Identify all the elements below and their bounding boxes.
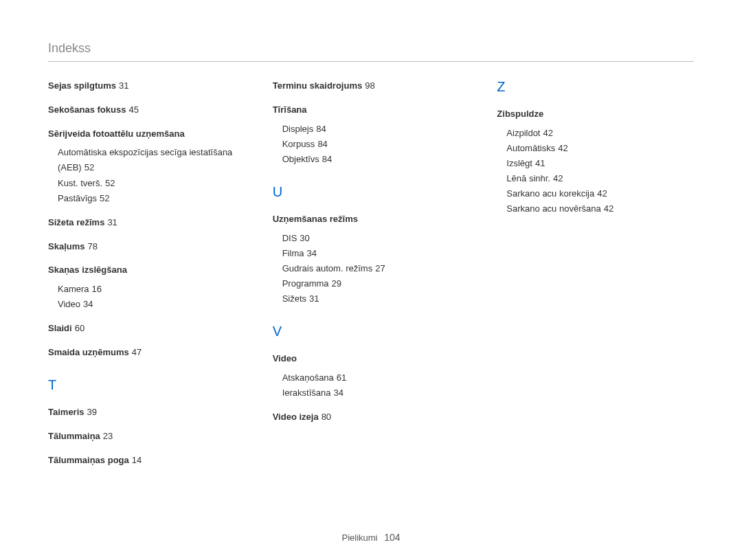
page-ref: 29 [332, 278, 341, 289]
page-ref: 34 [83, 299, 93, 309]
page-ref: 39 [87, 407, 97, 417]
page-ref: 31 [309, 293, 319, 304]
page-ref: 30 [300, 233, 309, 243]
footer-page-number: 104 [384, 532, 400, 543]
page-ref: 84 [322, 154, 332, 164]
index-entry: Zibspuldze [497, 107, 694, 122]
page-ref: 80 [322, 412, 331, 422]
index-entry: Video [273, 352, 470, 366]
page-ref: 52 [85, 162, 94, 172]
index-entry: Smaida uzņēmums47 [48, 346, 245, 360]
index-entry: Tīrīšana [273, 103, 470, 117]
page-ref: 34 [334, 388, 344, 398]
page-ref: 31 [119, 80, 128, 91]
index-sub-entry: Sarkano acu novēršana42 [506, 201, 694, 216]
index-entry: Tālummaiņas poga14 [48, 453, 245, 468]
index-entry: Sižeta režīms31 [48, 216, 245, 230]
index-sub-entry: Programma29 [282, 276, 470, 291]
index-sub-entry: Izslēgt41 [506, 156, 694, 171]
index-sub-entry: DIS30 [282, 231, 470, 246]
page-ref: 27 [375, 263, 385, 273]
index-sub-entry: Kamera16 [58, 282, 245, 297]
page-ref: 23 [103, 431, 113, 441]
letter-heading: U [273, 184, 470, 200]
index-entry: Skaļums78 [48, 240, 245, 254]
page-ref: 45 [128, 104, 138, 115]
page-ref: 41 [535, 158, 545, 168]
index-sub-entry: Automātisks42 [506, 141, 694, 156]
page-ref: 42 [553, 173, 563, 183]
page-ref: 84 [316, 124, 326, 134]
page-ref: 52 [105, 178, 115, 188]
page-ref: 84 [317, 139, 327, 149]
page-header: Indekss [48, 41, 694, 62]
index-sub-entry: Aizpildot42 [506, 126, 694, 141]
index-sub-entry: Automātiska ekspozīcijas secīga iestatīš… [58, 145, 245, 175]
index-entry: Sejas spilgtums31 [48, 79, 245, 93]
index-sub-entry: Pastāvīgs52 [58, 191, 245, 206]
index-entry: Uzņemšanas režīms [273, 212, 470, 227]
page-ref: 14 [132, 455, 142, 465]
index-sub-entry: Sižets31 [282, 291, 470, 306]
index-entry: Tālummaiņa23 [48, 429, 245, 444]
index-entry: Slaidi60 [48, 322, 245, 336]
column-1: Sejas spilgtums31Sekošanas fokuss45Sērij… [48, 79, 245, 471]
letter-heading: T [48, 377, 245, 393]
index-sub-entry: Objektīvs84 [282, 152, 470, 167]
index-sub-entry: Filma34 [282, 246, 470, 261]
index-sub-entry: Lēnā sinhr.42 [506, 171, 694, 186]
index-sub-entry: Kust. tverš.52 [58, 176, 245, 191]
page-ref: 98 [365, 80, 374, 91]
index-sub-entry: Ierakstīšana34 [282, 385, 470, 401]
page-ref: 61 [337, 372, 346, 383]
letter-heading: Z [497, 79, 694, 95]
index-entry: Video izeja80 [273, 410, 470, 425]
page-ref: 52 [100, 193, 109, 203]
page-ref: 42 [543, 128, 552, 138]
index-entry: Sērijveida fotoattēlu uzņemšana [48, 127, 245, 142]
page-ref: 42 [597, 188, 607, 199]
index-entry: Terminu skaidrojums98 [273, 79, 470, 93]
index-sub-entry: Video34 [58, 297, 245, 312]
index-columns: Sejas spilgtums31Sekošanas fokuss45Sērij… [48, 79, 694, 471]
footer-label: Pielikumi [342, 533, 378, 543]
index-entry: Sekošanas fokuss45 [48, 103, 245, 117]
column-2: Terminu skaidrojums98TīrīšanaDisplejs84K… [273, 79, 470, 471]
index-sub-entry: Displejs84 [282, 122, 470, 137]
index-sub-entry: Sarkano acu korekcija42 [506, 186, 694, 201]
letter-heading: V [273, 324, 470, 339]
page-ref: 47 [132, 347, 142, 357]
page-ref: 78 [87, 241, 97, 251]
page-ref: 16 [92, 284, 102, 294]
page-ref: 60 [75, 323, 85, 333]
page-ref: 42 [604, 203, 614, 214]
page-ref: 31 [107, 217, 117, 227]
index-sub-entry: Gudrais autom. režīms27 [282, 261, 470, 276]
index-sub-entry: Korpuss84 [282, 137, 470, 152]
column-3: ZZibspuldzeAizpildot42Automātisks42Izslē… [497, 79, 694, 471]
index-entry: Skaņas izslēgšana [48, 263, 245, 278]
page-footer: Pielikumi 104 [0, 532, 742, 543]
index-entry: Taimeris39 [48, 405, 245, 420]
page-ref: 34 [306, 248, 316, 258]
page-ref: 42 [558, 143, 567, 153]
index-sub-entry: Atskaņošana61 [282, 370, 470, 385]
